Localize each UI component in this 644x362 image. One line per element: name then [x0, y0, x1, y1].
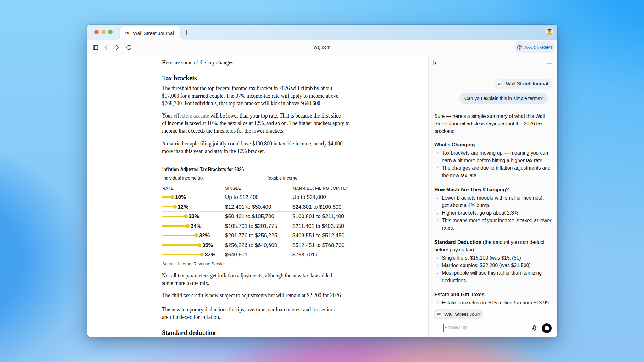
svg-text:WSJ: WSJ — [125, 31, 129, 34]
svg-text:WSJ: WSJ — [437, 313, 441, 316]
